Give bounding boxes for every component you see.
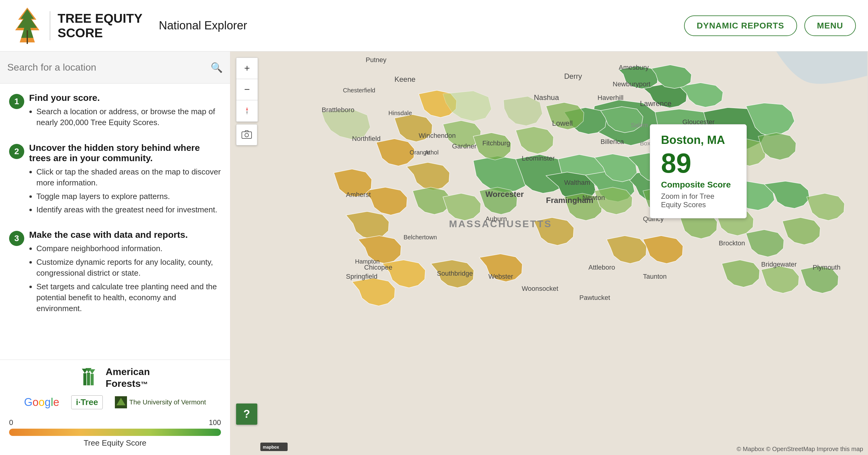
header-buttons: DYNAMIC REPORTS MENU: [684, 15, 856, 36]
svg-point-60: [245, 133, 249, 137]
svg-marker-57: [246, 107, 248, 111]
svg-text:Waltham: Waltham: [564, 179, 590, 186]
svg-text:Nashua: Nashua: [534, 93, 559, 101]
svg-marker-58: [246, 111, 248, 115]
svg-text:Gardner: Gardner: [452, 142, 477, 150]
step-3-bullet-2: Customize dynamic reports for any locali…: [36, 257, 221, 279]
af-tree-icon: [80, 367, 101, 388]
map-controls: + −: [236, 58, 258, 122]
svg-text:Haverhill: Haverhill: [598, 94, 624, 101]
step-1: 1 Find your score. Search a location or …: [9, 93, 221, 131]
svg-text:Brattleboro: Brattleboro: [322, 106, 354, 113]
svg-text:Lawrence: Lawrence: [640, 99, 672, 107]
popup-hint: Zoom in for TreeEquity Scores: [661, 192, 736, 209]
compass-icon: [243, 106, 252, 116]
svg-text:Leominster: Leominster: [522, 155, 555, 162]
logo-score: SCORE: [58, 26, 143, 40]
svg-text:Billerica: Billerica: [601, 138, 624, 145]
svg-text:Taunton: Taunton: [643, 273, 667, 280]
svg-text:Winchendon: Winchendon: [419, 132, 456, 139]
itree-logo: i·Tree: [71, 395, 102, 409]
step-3-bullets: Compare neighborhood information. Custom…: [29, 243, 221, 314]
svg-text:mapbox: mapbox: [263, 445, 279, 450]
step-1-title: Find your score.: [29, 93, 221, 103]
svg-text:Chesterfield: Chesterfield: [343, 87, 375, 94]
svg-text:Belchertown: Belchertown: [404, 234, 437, 240]
svg-text:Lowell: Lowell: [552, 119, 573, 127]
score-min: 0: [9, 418, 13, 427]
score-bar: [9, 429, 221, 436]
svg-text:Springfield: Springfield: [346, 273, 378, 280]
af-text: American Forests™: [106, 366, 150, 389]
step-3-number: 3: [9, 231, 24, 246]
step-3-content: Make the case with data and reports. Com…: [29, 230, 221, 316]
svg-text:Chicopee: Chicopee: [364, 264, 393, 271]
camera-icon: [241, 129, 252, 140]
step-1-bullet-1: Search a location or address, or browse …: [36, 106, 221, 128]
attribution-text: © Mapbox © OpenStreetMap Improve this ma…: [737, 446, 863, 452]
step-3-title: Make the case with data and reports.: [29, 230, 221, 240]
menu-button[interactable]: MENU: [804, 15, 856, 36]
uvm-icon: [115, 396, 127, 408]
svg-text:Amesbury: Amesbury: [619, 64, 649, 71]
screenshot-button[interactable]: [236, 124, 257, 145]
mapbox-logo: mapbox: [260, 443, 288, 453]
sidebar-content: 1 Find your score. Search a location or …: [0, 84, 230, 360]
svg-text:Northfield: Northfield: [352, 135, 381, 142]
step-2-title: Uncover the hidden story behind where tr…: [29, 143, 221, 163]
svg-text:Putney: Putney: [366, 56, 387, 64]
partner-logos-af: American Forests™: [9, 366, 221, 389]
svg-rect-5: [91, 374, 94, 385]
zoom-out-button[interactable]: −: [237, 79, 258, 100]
compass-button[interactable]: [237, 100, 258, 122]
svg-text:Fitchburg: Fitchburg: [483, 139, 510, 147]
step-1-content: Find your score. Search a location or ad…: [29, 93, 221, 131]
svg-rect-3: [83, 373, 86, 385]
app-container: TREE EQUITY SCORE National Explorer DYNA…: [0, 0, 868, 455]
map-area[interactable]: Putney Keene Chesterfield Brattleboro Hi…: [230, 52, 868, 455]
logo-title: TREE EQUITY: [58, 11, 143, 26]
info-popup: Boston, MA 89 Composite Score Zoom in fo…: [650, 124, 747, 219]
step-2-content: Uncover the hidden story behind where tr…: [29, 143, 221, 218]
svg-text:Newburyport: Newburyport: [613, 80, 651, 88]
zoom-in-button[interactable]: +: [237, 58, 258, 79]
svg-text:Framingham: Framingham: [546, 196, 593, 205]
popup-score: 89: [661, 150, 736, 177]
map-attribution: © Mapbox © OpenStreetMap Improve this ma…: [737, 446, 863, 453]
step-1-bullets: Search a location or address, or browse …: [29, 106, 221, 128]
top-header: TREE EQUITY SCORE National Explorer DYNA…: [0, 0, 868, 52]
google-logo: Google: [24, 396, 59, 409]
svg-text:Attleboro: Attleboro: [589, 264, 615, 271]
american-forests-logo: American Forests™: [80, 366, 150, 389]
tes-logo-icon: [12, 6, 42, 45]
logo-subtitle: National Explorer: [159, 19, 247, 32]
dynamic-reports-button[interactable]: DYNAMIC REPORTS: [684, 15, 797, 36]
svg-text:Southbridge: Southbridge: [437, 270, 473, 277]
partner-logos-row2: Google i·Tree The University of Vermont: [9, 395, 221, 409]
svg-text:Salem: Salem: [631, 122, 648, 128]
score-max: 100: [209, 418, 221, 427]
svg-rect-4: [87, 372, 90, 385]
svg-text:Bridgewater: Bridgewater: [761, 261, 797, 268]
svg-text:Woonsocket: Woonsocket: [522, 285, 559, 292]
svg-text:Worcester: Worcester: [486, 190, 524, 199]
step-2: 2 Uncover the hidden story behind where …: [9, 143, 221, 218]
uvm-logo: The University of Vermont: [115, 396, 206, 408]
logo-text-block: TREE EQUITY SCORE: [50, 11, 143, 40]
svg-text:Athol: Athol: [425, 149, 439, 156]
sidebar-footer: American Forests™ Google i·Tree: [0, 360, 230, 455]
mapbox-logo-svg: mapbox: [260, 443, 288, 451]
svg-rect-59: [242, 132, 252, 138]
step-2-bullet-1: Click or tap the shaded areas on the map…: [36, 166, 221, 188]
svg-text:Webster: Webster: [489, 273, 514, 280]
search-icon: 🔍: [211, 62, 223, 73]
svg-text:Amherst: Amherst: [346, 191, 371, 198]
svg-text:Plymouth: Plymouth: [813, 264, 841, 271]
search-input[interactable]: [7, 62, 211, 73]
svg-text:Keene: Keene: [395, 75, 415, 83]
step-3-bullet-3: Set targets and calculate tree planting …: [36, 281, 221, 314]
step-2-bullet-3: Identify areas with the greatest need fo…: [36, 204, 221, 215]
help-button[interactable]: ?: [236, 403, 257, 425]
score-bar-container: 0 100 Tree Equity Score: [9, 415, 221, 449]
logo-area: TREE EQUITY SCORE National Explorer: [12, 6, 247, 45]
